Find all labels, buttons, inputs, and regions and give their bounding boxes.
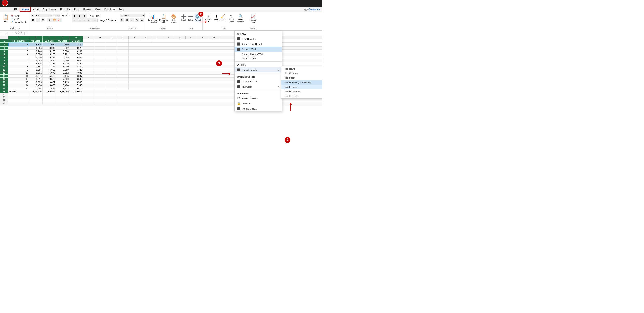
cell-3H[interactable] [106,47,117,49]
cell-styles-button[interactable]: 🎨 Cell Styles [170,14,178,24]
cell-1J[interactable] [128,39,140,42]
menu-insert[interactable]: Insert [31,7,40,11]
cell-15G[interactable] [94,78,106,81]
cell-3I[interactable] [117,47,128,49]
paste-button[interactable]: 📋 Paste [2,14,10,23]
cell-14C[interactable]: 5,655 [42,75,56,77]
cell-14I[interactable] [117,75,128,77]
insert-function-icon[interactable]: fx [21,32,23,35]
cell-9H[interactable] [106,62,117,65]
cell-10C[interactable]: 7,341 [42,65,56,68]
cell-12E[interactable]: 7,038 [70,71,83,74]
number-format-select[interactable]: General [120,14,144,17]
col-header-O[interactable]: O [186,36,197,39]
cell-14G[interactable] [94,75,106,77]
cell-8D[interactable]: 5,340 [56,59,70,62]
cell-3C[interactable]: 8,048 [42,47,56,49]
col-header-H[interactable]: H [106,36,117,39]
cell-8I[interactable] [117,59,128,62]
cell-12I[interactable] [117,71,128,74]
cell-8A[interactable]: 6 [8,59,29,62]
menu-view[interactable]: View [94,7,102,11]
header-q1[interactable]: Q1 Sales [29,39,42,42]
cell-8E[interactable]: 5,605 [70,59,83,62]
col-header-L[interactable]: L [152,36,163,39]
header-q3[interactable]: Q3 Sales [56,39,70,42]
cell-14H[interactable] [106,75,117,77]
cell-18F[interactable] [83,87,94,90]
cell-1H[interactable] [106,39,117,42]
cell-11A[interactable]: 9 [8,68,29,71]
cell-9C[interactable]: 7,884 [42,62,56,65]
align-center-button[interactable]: ☰ [77,18,82,22]
cell-10D[interactable]: 6,900 [56,65,70,68]
cell-10G[interactable] [94,65,106,68]
decimal-decrease-button[interactable]: 0. [140,18,144,22]
cell-8G[interactable] [94,59,106,62]
font-increase-button[interactable]: A↑ [61,14,65,17]
row-height-item[interactable]: ⬛ Row Height... [234,36,282,41]
cell-5D[interactable]: 9,722 [56,53,70,56]
cell-17C[interactable]: 8,470 [42,84,56,87]
cell-4E[interactable]: 9,161 [70,50,83,53]
cell-6D[interactable]: 8,645 [56,56,70,59]
currency-button[interactable]: $ [120,18,124,22]
cell-16H[interactable] [106,81,117,84]
cell-2C[interactable]: 7,087 [42,43,56,46]
comments-button[interactable]: 💬 Comments [304,8,320,11]
percent-button[interactable]: % [125,18,129,22]
conditional-formatting-button[interactable]: 📊 Conditional Formatting [147,14,158,24]
cell-3F[interactable] [83,47,94,49]
unhide-rows-item[interactable]: Unhide Rows [281,85,322,89]
cell-17B[interactable]: 8,498 [29,84,42,87]
cell-3B[interactable]: 6,506 [29,47,42,49]
menu-page-layout[interactable]: Page Layout [41,7,58,11]
cell-1G[interactable] [94,39,106,42]
cell-3E[interactable]: 8,975 [70,47,83,49]
cell-6H[interactable] [106,56,117,59]
cell-12H[interactable] [106,71,117,74]
col-header-D[interactable]: D [56,36,70,39]
default-width-item[interactable]: Default Width... [234,56,282,61]
cell-11C[interactable]: 5,069 [42,68,56,71]
cell-11B[interactable]: 5,587 [29,68,42,71]
cell-2A[interactable]: 1 [8,43,29,46]
font-size-select[interactable]: 11 [53,14,60,17]
cell-1K[interactable] [140,39,152,42]
cell-17I[interactable] [117,84,128,87]
column-width-item[interactable]: ⬛ Column Width... [234,47,282,52]
cell-2G[interactable] [94,43,106,46]
cell-5H[interactable] [106,53,117,56]
cell-9B[interactable]: 8,575 [29,62,42,65]
copy-button[interactable]: 📄Copy [10,17,28,20]
cell-6C[interactable]: 5,797 [42,56,56,59]
cell-1I[interactable] [117,39,128,42]
cell-9G[interactable] [94,62,106,65]
menu-review[interactable]: Review [82,7,93,11]
cell-16G[interactable] [94,81,106,84]
cell-10I[interactable] [117,65,128,68]
cell-5G[interactable] [94,53,106,56]
cell-3D[interactable]: 5,392 [56,47,70,49]
cell-15B[interactable]: 8,511 [29,78,42,81]
menu-data[interactable]: Data [72,7,81,11]
cell-5A[interactable]: 4 [8,53,29,56]
sort-filter-button[interactable]: ⇅ Sort & Filter ▾ [227,14,236,23]
col-header-B[interactable]: B [29,36,42,39]
menu-developer[interactable]: Developer [103,7,118,11]
format-painter-button[interactable]: 🖌️Format Painter [10,21,28,23]
cell-5I[interactable] [117,53,128,56]
cell-1F[interactable] [83,39,94,42]
cell-9A[interactable]: 7 [8,62,29,65]
cell-6F[interactable] [83,56,94,59]
cell-18H[interactable] [106,87,117,90]
cell-5C[interactable]: 6,183 [42,53,56,56]
underline-button[interactable]: U [41,18,45,22]
col-header-C[interactable]: C [42,36,56,39]
cell-9F[interactable] [83,62,94,65]
rename-sheet-item[interactable]: ⬛ Rename Sheet [234,79,282,84]
cell-4G[interactable] [94,50,106,53]
hide-rows-item[interactable]: Hide Rows [281,66,322,71]
fill-color-button[interactable]: 🎨 [52,18,56,22]
cell-17H[interactable] [106,84,117,87]
